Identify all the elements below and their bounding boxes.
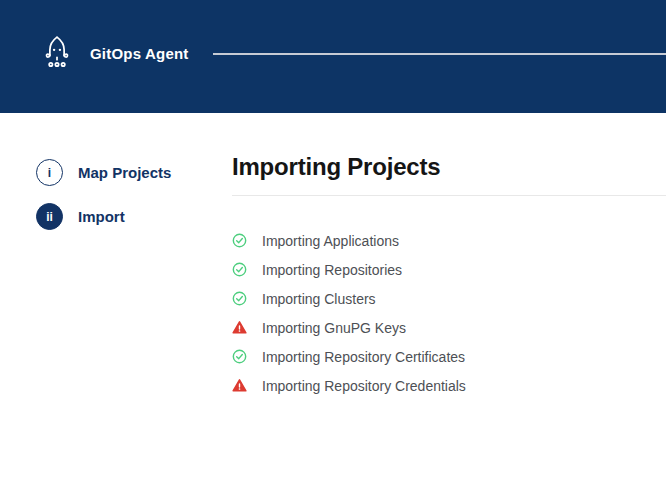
- content-area: iMap ProjectsiiImport Importing Projects…: [0, 113, 666, 483]
- title-divider: [232, 195, 666, 196]
- success-check-icon: [232, 291, 247, 306]
- import-item-label: Importing Repository Credentials: [262, 378, 466, 394]
- import-item-label: Importing Repository Certificates: [262, 349, 465, 365]
- app-header: GitOps Agent: [0, 0, 666, 113]
- import-status-row: Importing GnuPG Keys: [232, 313, 666, 342]
- main-panel: Importing Projects Importing Application…: [232, 113, 666, 483]
- wizard-step-import[interactable]: iiImport: [36, 203, 232, 230]
- warning-triangle-icon: [232, 378, 247, 393]
- step-number-bullet: i: [36, 159, 63, 186]
- page-title: Importing Projects: [232, 153, 666, 181]
- import-status-list: Importing ApplicationsImporting Reposito…: [232, 226, 666, 400]
- success-check-icon: [232, 233, 247, 248]
- header-divider: [213, 53, 666, 55]
- import-item-label: Importing Clusters: [262, 291, 376, 307]
- import-status-row: Importing Clusters: [232, 284, 666, 313]
- warning-triangle-icon: [232, 320, 247, 335]
- import-status-row: Importing Repositories: [232, 255, 666, 284]
- success-check-icon: [232, 349, 247, 364]
- brand-title: GitOps Agent: [90, 45, 189, 62]
- import-status-row: Importing Repository Certificates: [232, 342, 666, 371]
- step-number-bullet: ii: [36, 203, 63, 230]
- step-label: Map Projects: [78, 164, 171, 181]
- wizard-steps: iMap ProjectsiiImport: [36, 159, 232, 230]
- success-check-icon: [232, 262, 247, 277]
- brand-row: GitOps Agent: [38, 34, 666, 74]
- wizard-sidebar: iMap ProjectsiiImport: [0, 113, 232, 483]
- import-item-label: Importing Applications: [262, 233, 399, 249]
- wizard-step-map-projects[interactable]: iMap Projects: [36, 159, 232, 186]
- argo-octopus-icon: [38, 34, 76, 74]
- import-status-row: Importing Repository Credentials: [232, 371, 666, 400]
- import-item-label: Importing Repositories: [262, 262, 402, 278]
- step-label: Import: [78, 208, 125, 225]
- import-item-label: Importing GnuPG Keys: [262, 320, 406, 336]
- import-status-row: Importing Applications: [232, 226, 666, 255]
